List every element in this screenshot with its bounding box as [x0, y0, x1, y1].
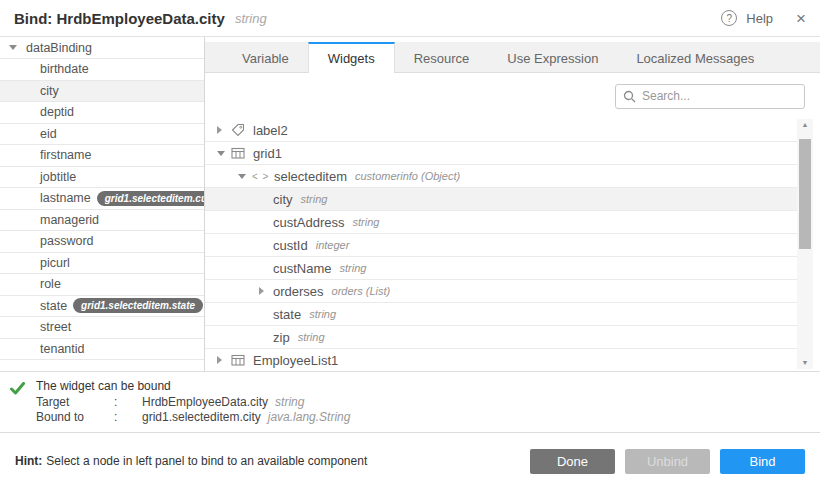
code-icon: < >: [252, 171, 274, 182]
status-row-label: Bound to: [36, 410, 114, 426]
status-rows: Target:HrdbEmployeeData.citystringBound …: [36, 395, 350, 426]
sidebar-item-label: city: [40, 84, 59, 98]
success-check-icon: [10, 379, 36, 432]
tree-node-label: zip: [273, 330, 290, 345]
tag-icon: [231, 123, 253, 137]
binding-sidebar: dataBinding birthdatecitydeptideidfirstn…: [0, 37, 205, 371]
sidebar-item-tenantid[interactable]: tenantid: [0, 339, 204, 361]
status-row-value: grid1.selecteditem.cityjava.lang.String: [142, 410, 350, 426]
tab-label: Use Expression: [507, 51, 598, 66]
hint-label: Hint:: [15, 454, 42, 468]
sidebar-item-label: deptid: [40, 105, 74, 119]
tab-bar: VariableWidgetsResourceUse ExpressionLoc…: [205, 42, 820, 73]
tree-node-label: custId: [273, 238, 308, 253]
tree-node-city[interactable]: citystring: [205, 188, 800, 211]
tree-node-label: label2: [253, 123, 288, 138]
help-link[interactable]: Help: [746, 11, 773, 26]
sidebar-item-databinding[interactable]: dataBinding: [0, 37, 204, 59]
tab-resource[interactable]: Resource: [395, 42, 489, 72]
tab-use-expression[interactable]: Use Expression: [488, 42, 617, 72]
status-row-value: HrdbEmployeeData.citystring: [142, 395, 350, 411]
status-row-label: Target: [36, 395, 114, 411]
tab-label: Localized Messages: [636, 51, 754, 66]
widget-tree: label2grid1< >selecteditemcustomerinfo (…: [205, 119, 820, 371]
tab-label: Variable: [242, 51, 289, 66]
scrollbar-track[interactable]: [797, 131, 813, 357]
sidebar-item-label: managerid: [40, 213, 99, 227]
tree-node-orderses[interactable]: ordersesorders (List): [205, 280, 800, 303]
page-title: Bind: HrdbEmployeeData.city: [14, 10, 225, 27]
status-panel: The widget can be bound Target:HrdbEmplo…: [0, 372, 820, 432]
scroll-down-icon[interactable]: ▼: [802, 357, 809, 369]
tree-node-employeelist1[interactable]: EmployeeList1: [205, 349, 800, 371]
sidebar-item-label: firstname: [40, 148, 91, 162]
search-input[interactable]: [615, 84, 805, 109]
scrollbar-thumb[interactable]: [799, 139, 811, 249]
tree-node-type: string: [309, 308, 336, 320]
sidebar-item-label: lastname: [40, 191, 91, 205]
tree-node-zip[interactable]: zipstring: [205, 326, 800, 349]
binding-badge: grid1.selecteditem.custName: [97, 191, 204, 206]
sidebar-item-label: jobtitle: [40, 170, 76, 184]
sidebar-item-state[interactable]: stategrid1.selecteditem.state: [0, 296, 204, 318]
tab-variable[interactable]: Variable: [223, 42, 308, 72]
tree-node-label2[interactable]: label2: [205, 119, 800, 142]
bind-dialog: Bind: HrdbEmployeeData.city string ? Hel…: [0, 0, 820, 489]
tree-node-grid1[interactable]: grid1: [205, 142, 800, 165]
tree-node-custname[interactable]: custNamestring: [205, 257, 800, 280]
tree-node-label: selecteditem: [274, 169, 347, 184]
sidebar-item-street[interactable]: street: [0, 317, 204, 339]
tree-list: label2grid1< >selecteditemcustomerinfo (…: [205, 119, 800, 371]
tree-node-type: integer: [316, 239, 350, 251]
tree-node-custid[interactable]: custIdinteger: [205, 234, 800, 257]
tree-node-label: state: [273, 307, 301, 322]
scroll-up-icon[interactable]: ▲: [802, 119, 809, 131]
sidebar-item-password[interactable]: password: [0, 231, 204, 253]
tab-localized-messages[interactable]: Localized Messages: [617, 42, 773, 72]
chevron-right-icon: [217, 126, 231, 134]
sidebar-item-label: picurl: [40, 256, 70, 270]
tree-node-selecteditem[interactable]: < >selecteditemcustomerinfo (Object): [205, 165, 800, 188]
tree-node-state[interactable]: statestring: [205, 303, 800, 326]
done-button[interactable]: Done: [530, 449, 615, 474]
tree-node-custaddress[interactable]: custAddressstring: [205, 211, 800, 234]
sidebar-item-eid[interactable]: eid: [0, 124, 204, 146]
sidebar-item-jobtitle[interactable]: jobtitle: [0, 167, 204, 189]
sidebar-item-label: street: [40, 320, 71, 334]
bind-button[interactable]: Bind: [720, 449, 805, 474]
hint-text: Hint:Select a node in left panel to bind…: [15, 454, 367, 468]
close-icon[interactable]: ×: [796, 10, 806, 27]
sidebar-item-birthdate[interactable]: birthdate: [0, 59, 204, 81]
tab-label: Resource: [414, 51, 470, 66]
help-icon[interactable]: ?: [721, 10, 737, 26]
tree-node-type: string: [298, 331, 325, 343]
scrollbar[interactable]: ▲ ▼: [797, 119, 813, 369]
sidebar-item-label: role: [40, 277, 61, 291]
sidebar-item-label: eid: [40, 127, 57, 141]
grid-icon: [231, 354, 253, 366]
tree-node-type: string: [301, 193, 328, 205]
sidebar-item-lastname[interactable]: lastnamegrid1.selecteditem.custName: [0, 188, 204, 210]
page-title-type: string: [235, 11, 267, 26]
tree-node-type: string: [353, 216, 380, 228]
sidebar-item-deptid[interactable]: deptid: [0, 102, 204, 124]
tree-node-type: string: [340, 262, 367, 274]
main-panel: VariableWidgetsResourceUse ExpressionLoc…: [205, 37, 820, 371]
tab-widgets[interactable]: Widgets: [308, 42, 395, 73]
sidebar-item-label: password: [40, 234, 94, 248]
sidebar-item-label: tenantid: [40, 342, 84, 356]
tree-node-label: custAddress: [273, 215, 345, 230]
chevron-right-icon: [259, 287, 273, 295]
sidebar-item-city[interactable]: city: [0, 81, 204, 103]
sidebar-item-managerid[interactable]: managerid: [0, 210, 204, 232]
sidebar-item-firstname[interactable]: firstname: [0, 145, 204, 167]
sidebar-item-role[interactable]: role: [0, 274, 204, 296]
tree-node-label: orderses: [273, 284, 324, 299]
tree-node-label: grid1: [253, 146, 282, 161]
sidebar-item-picurl[interactable]: picurl: [0, 253, 204, 275]
tree-node-label: custName: [273, 261, 332, 276]
sidebar-root-label: dataBinding: [26, 41, 92, 55]
status-row-type: java.lang.String: [268, 410, 351, 424]
chevron-right-icon: [217, 356, 231, 364]
status-row: Target:HrdbEmployeeData.citystring: [36, 395, 350, 411]
